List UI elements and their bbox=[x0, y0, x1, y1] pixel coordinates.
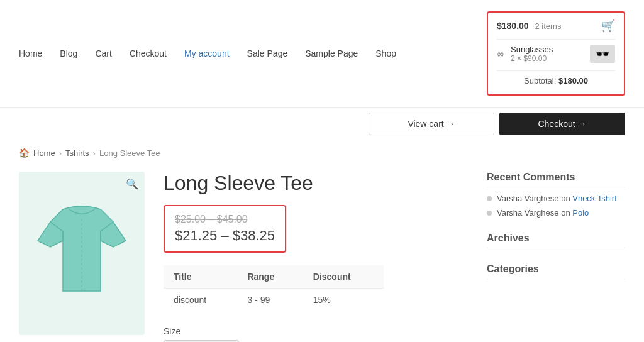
comment-item-1: Varsha Varghese on Vneck Tshirt bbox=[487, 194, 625, 203]
breadcrumb-sep-2: › bbox=[93, 148, 96, 158]
archives-title: Archives bbox=[487, 233, 625, 248]
zoom-icon[interactable]: 🔍 bbox=[126, 178, 138, 190]
cart-item-qty-price: 2 × $90.00 bbox=[511, 54, 584, 63]
breadcrumb-home[interactable]: Home bbox=[33, 148, 55, 158]
nav-checkout[interactable]: Checkout bbox=[130, 48, 167, 58]
breadcrumb-category[interactable]: Tshirts bbox=[65, 148, 89, 158]
cart-item-row: ⊗ Sunglasses 2 × $90.00 🕶️ bbox=[497, 39, 615, 68]
cart-widget-header: $180.00 2 items 🛒 bbox=[497, 19, 615, 33]
table-row: discount 3 - 99 15% bbox=[164, 289, 384, 312]
nav-myaccount[interactable]: My account bbox=[184, 48, 230, 58]
product-image bbox=[31, 190, 132, 316]
sidebar-archives: Archives bbox=[487, 233, 625, 248]
size-section: Size Small Medium Large XL 🔄 Clear bbox=[164, 326, 462, 342]
cart-total-amount: $180.00 bbox=[497, 21, 529, 31]
nav-samplepage[interactable]: Sample Page bbox=[305, 48, 358, 58]
price-box: $25.00 – $45.00 $21.25 – $38.25 bbox=[164, 205, 286, 253]
cart-item-remove-button[interactable]: ⊗ bbox=[497, 49, 504, 59]
categories-title: Categories bbox=[487, 263, 625, 279]
cart-summary: $180.00 2 items bbox=[497, 21, 561, 31]
product-section: 🔍 Long Sleeve Tee $25 bbox=[19, 172, 462, 342]
breadcrumb: 🏠 Home › Tshirts › Long Sleeve Tee bbox=[0, 140, 644, 165]
nav-cart[interactable]: Cart bbox=[95, 48, 111, 58]
size-label: Size bbox=[164, 326, 462, 336]
comment-text-2: Varsha Varghese on Polo bbox=[497, 208, 589, 218]
price-discounted: $21.25 – $38.25 bbox=[175, 228, 275, 244]
table-header-title: Title bbox=[164, 265, 237, 289]
comment-item-2: Varsha Varghese on Polo bbox=[487, 208, 625, 218]
product-image-box: 🔍 bbox=[19, 172, 145, 335]
nav-home[interactable]: Home bbox=[19, 48, 42, 58]
view-cart-button[interactable]: View cart → bbox=[369, 113, 494, 135]
shopping-cart-icon: 🛒 bbox=[601, 19, 615, 33]
home-icon: 🏠 bbox=[19, 148, 30, 158]
sidebar: Recent Comments Varsha Varghese on Vneck… bbox=[487, 172, 625, 342]
cart-items-count: 2 items bbox=[535, 21, 562, 31]
cart-item-name: Sunglasses bbox=[511, 45, 584, 54]
comment-link-2[interactable]: Polo bbox=[572, 208, 589, 218]
discount-table: Title Range Discount discount 3 - 99 15% bbox=[164, 265, 384, 311]
nav-shop[interactable]: Shop bbox=[375, 48, 396, 58]
table-cell-title: discount bbox=[164, 289, 237, 312]
product-layout: 🔍 Long Sleeve Tee $25 bbox=[19, 172, 462, 342]
sidebar-categories: Categories bbox=[487, 263, 625, 279]
price-original: $25.00 – $45.00 bbox=[175, 214, 275, 225]
checkout-button[interactable]: Checkout → bbox=[499, 113, 625, 135]
product-details: Long Sleeve Tee $25.00 – $45.00 $21.25 –… bbox=[164, 172, 462, 342]
cart-item-info: Sunglasses 2 × $90.00 bbox=[511, 45, 584, 63]
cart-item-thumbnail: 🕶️ bbox=[590, 45, 615, 63]
cart-subtotal-label: Subtotal: bbox=[524, 76, 556, 86]
comment-dot-1 bbox=[487, 196, 492, 201]
table-header-discount: Discount bbox=[303, 265, 384, 289]
recent-comments-title: Recent Comments bbox=[487, 172, 625, 187]
comment-author-1: Varsha Varghese bbox=[497, 194, 559, 203]
breadcrumb-sep-1: › bbox=[59, 148, 62, 158]
comment-text-1: Varsha Varghese on Vneck Tshirt bbox=[497, 194, 617, 203]
nav-salepage[interactable]: Sale Page bbox=[247, 48, 288, 58]
nav-links: Home Blog Cart Checkout My account Sale … bbox=[19, 48, 396, 58]
cart-subtotal-amount: $180.00 bbox=[558, 76, 588, 86]
table-cell-range: 3 - 99 bbox=[237, 289, 303, 312]
main-container: 🔍 Long Sleeve Tee $25 bbox=[0, 165, 644, 342]
sidebar-recent-comments: Recent Comments Varsha Varghese on Vneck… bbox=[487, 172, 625, 218]
nav-blog[interactable]: Blog bbox=[60, 48, 77, 58]
comment-link-1[interactable]: Vneck Tshirt bbox=[572, 194, 617, 203]
comment-dot-2 bbox=[487, 211, 492, 216]
table-header-range: Range bbox=[237, 265, 303, 289]
product-title: Long Sleeve Tee bbox=[164, 172, 462, 195]
breadcrumb-current: Long Sleeve Tee bbox=[99, 148, 160, 158]
cart-action-buttons: View cart → Checkout → bbox=[0, 108, 644, 140]
table-cell-discount: 15% bbox=[303, 289, 384, 312]
comment-author-2: Varsha Varghese bbox=[497, 208, 559, 218]
cart-subtotal: Subtotal: $180.00 bbox=[497, 70, 615, 88]
cart-widget: $180.00 2 items 🛒 ⊗ Sunglasses 2 × $90.0… bbox=[487, 11, 625, 96]
top-navigation: Home Blog Cart Checkout My account Sale … bbox=[0, 0, 644, 108]
